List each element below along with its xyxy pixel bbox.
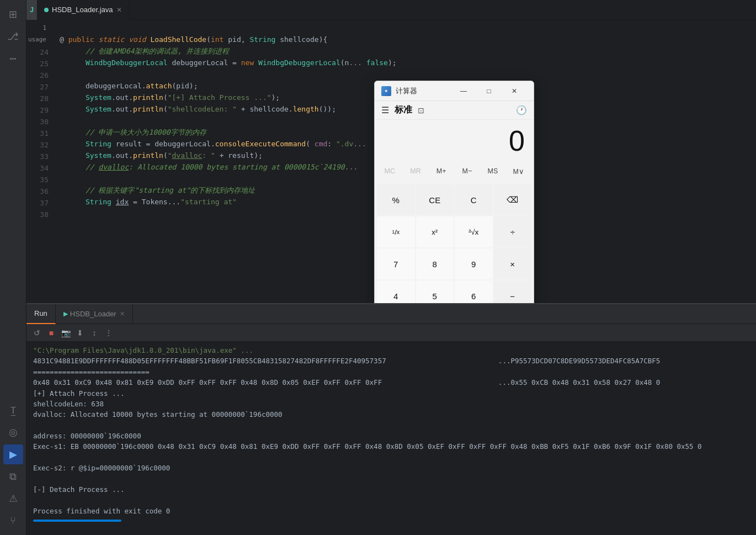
calc-square-button[interactable]: x²	[416, 216, 454, 247]
panel-tab-run[interactable]: Run	[26, 304, 56, 324]
sidebar-item-run[interactable]: ▶	[3, 444, 23, 464]
line-numbers: 1 usage 24 25 26 27 28 29 30 31 32 33 34…	[26, 20, 55, 303]
sidebar: ⊞ ⎇ ••• T̲ ◎ ▶ ⧉ ⚠ ⑂	[0, 0, 26, 535]
calc-mminus-button[interactable]: M−	[454, 161, 480, 181]
sidebar-item-textformat[interactable]: T̲	[3, 400, 23, 420]
terminal-line-9: address: 00000000`196c0000	[33, 431, 749, 441]
calculator-window: ✦ 计算器 — □ ✕ ☰ 标准 ⊡ 🕐 0	[374, 81, 534, 303]
file-tab-icon: J	[26, 0, 38, 20]
terminal-line-10: Exec-s1: EB 00000000`196c0000 0x48 0x31 …	[33, 441, 749, 452]
editor-tab-hsdb-loader[interactable]: HSDB_Loader.java ✕	[38, 0, 129, 20]
progress-bar	[33, 520, 121, 522]
scroll-down-button[interactable]: ⬇	[74, 327, 86, 339]
code-line-25: // 创建AMD64架构的调试器, 并连接到进程	[55, 45, 756, 57]
calc-mc-button[interactable]: MC	[377, 161, 403, 181]
terminal-line-6: shellcodeLen: 638	[33, 399, 749, 409]
calc-minimize-button[interactable]: —	[451, 81, 476, 101]
calc-reciprocal-button[interactable]: 1/x	[377, 216, 415, 247]
sidebar-item-build[interactable]: ⧉	[3, 467, 23, 486]
calc-subtract-button[interactable]: −	[494, 280, 532, 303]
terminal-line-8	[33, 420, 749, 431]
sidebar-item-bookmarks[interactable]: ◎	[3, 422, 23, 442]
editor-area: 1 usage 24 25 26 27 28 29 30 31 32 33 34…	[26, 20, 756, 303]
code-line-23	[55, 22, 756, 34]
calc-mplus-button[interactable]: M+	[428, 161, 454, 181]
terminal-line-5: [+] Attach Process ...	[33, 388, 749, 399]
main-area: J HSDB_Loader.java ✕ 1 usage 24 25 26 27…	[26, 0, 756, 535]
tab-label: HSDB_Loader.java	[52, 6, 113, 14]
panel-tab-hsdb-icon: ▶	[63, 310, 68, 317]
soft-wrap-button[interactable]: ↕	[88, 327, 100, 339]
terminal-output[interactable]: "C:\Program Files\Java\jdk1.8.0_201\bin\…	[26, 342, 756, 535]
calc-close-button[interactable]: ✕	[502, 81, 527, 101]
calc-mv-button[interactable]: M∨	[505, 161, 531, 181]
panel-tabs: Run ▶ HSDB_Loader ✕	[26, 304, 756, 324]
rerun-button[interactable]: ↺	[31, 327, 43, 339]
calc-maximize-button[interactable]: □	[476, 81, 502, 101]
calc-7-button[interactable]: 7	[377, 248, 415, 279]
calc-title: 计算器	[396, 86, 446, 96]
terminal-line-13	[33, 474, 749, 484]
stop-button[interactable]: ■	[45, 327, 57, 339]
calc-hamburger-icon[interactable]: ☰	[381, 105, 389, 115]
panel-tab-hsdb[interactable]: ▶ HSDB_Loader ✕	[56, 304, 133, 324]
terminal-line-14: [-] Detach Process ...	[33, 484, 749, 495]
terminal-line-1: "C:\Program Files\Java\jdk1.8.0_201\bin\…	[33, 345, 749, 356]
calc-display-value: 0	[384, 125, 525, 157]
code-line-27	[55, 68, 756, 80]
calc-divide-button[interactable]: ÷	[494, 216, 532, 247]
editor-tabs: J HSDB_Loader.java ✕	[26, 0, 756, 20]
calc-6-button[interactable]: 6	[455, 280, 493, 303]
terminal-line-4: 0x48 0x31 0xC9 0x48 0x81 0xE9 0xDD 0xFF …	[33, 377, 749, 388]
calc-c-button[interactable]: C	[455, 184, 493, 215]
calc-multiply-button[interactable]: ×	[494, 248, 532, 279]
calc-8-button[interactable]: 8	[416, 248, 454, 279]
code-line-26: WindbgDebuggerLocal debuggerLocal = new …	[55, 57, 756, 68]
calc-backspace-button[interactable]: ⌫	[494, 184, 532, 215]
more-options-button[interactable]: ⋮	[103, 327, 115, 339]
terminal-line-16: Process finished with exit code 0	[33, 506, 749, 516]
sidebar-item-more[interactable]: •••	[3, 49, 23, 68]
calc-titlebar: ✦ 计算器 — □ ✕	[375, 81, 534, 101]
terminal-line-11	[33, 452, 749, 463]
tab-dot	[44, 8, 49, 12]
calc-header: ☰ 标准 ⊡ 🕐	[375, 101, 534, 120]
calc-memory-row: MC MR M+ M− MS M∨	[375, 161, 534, 183]
calc-window-buttons: — □ ✕	[451, 81, 527, 101]
calc-display: 0	[375, 120, 534, 161]
panel-tab-hsdb-label: HSDB_Loader	[70, 310, 116, 318]
terminal-line-15	[33, 495, 749, 505]
panel-toolbar: ↺ ■ 📷 ⬇ ↕ ⋮	[26, 324, 756, 342]
terminal-line-7: dvalloc: Allocated 10000 bytes starting …	[33, 409, 749, 420]
bottom-panel: Run ▶ HSDB_Loader ✕ ↺ ■ 📷 ⬇ ↕ ⋮ "C:\Prog…	[26, 303, 756, 535]
terminal-line-3: ============================	[33, 367, 749, 377]
sidebar-item-git[interactable]: ⎇	[3, 27, 23, 46]
sidebar-item-problems[interactable]: ⚠	[3, 489, 23, 508]
calc-4-button[interactable]: 4	[377, 280, 415, 303]
calc-buttons: % CE C ⌫ 1/x x² ²√x ÷ 7 8 9 × 4 5 6 −	[375, 183, 534, 303]
panel-tab-run-label: Run	[34, 309, 47, 317]
terminal-line-2: 4831C94881E9DDFFFFFFF488D05EFFFFFFF48BBF…	[33, 356, 749, 366]
code-line-24: @ public static void LoadShellCode(int p…	[55, 34, 756, 45]
calc-5-button[interactable]: 5	[416, 280, 454, 303]
calc-mode-icon[interactable]: ⊡	[418, 106, 424, 115]
usage-hint: 1 usage	[26, 22, 49, 45]
calc-mr-button[interactable]: MR	[403, 161, 429, 181]
calc-mode-title: 标准	[395, 104, 412, 116]
calc-ms-button[interactable]: MS	[480, 161, 506, 181]
screenshot-button[interactable]: 📷	[60, 327, 72, 339]
calc-history-icon[interactable]: 🕐	[516, 105, 527, 115]
calc-sqrt-button[interactable]: ²√x	[455, 216, 493, 247]
calc-ce-button[interactable]: CE	[416, 184, 454, 215]
panel-tab-hsdb-close[interactable]: ✕	[120, 310, 125, 317]
sidebar-item-vcs[interactable]: ⑂	[3, 511, 23, 531]
tab-close-icon[interactable]: ✕	[116, 6, 122, 14]
terminal-line-12: Exec-s2: r @$ip=00000000`196c0000	[33, 463, 749, 473]
calc-9-button[interactable]: 9	[455, 248, 493, 279]
sidebar-item-project[interactable]: ⊞	[3, 4, 23, 24]
calc-app-icon: ✦	[381, 86, 391, 96]
calc-percent-button[interactable]: %	[377, 184, 415, 215]
